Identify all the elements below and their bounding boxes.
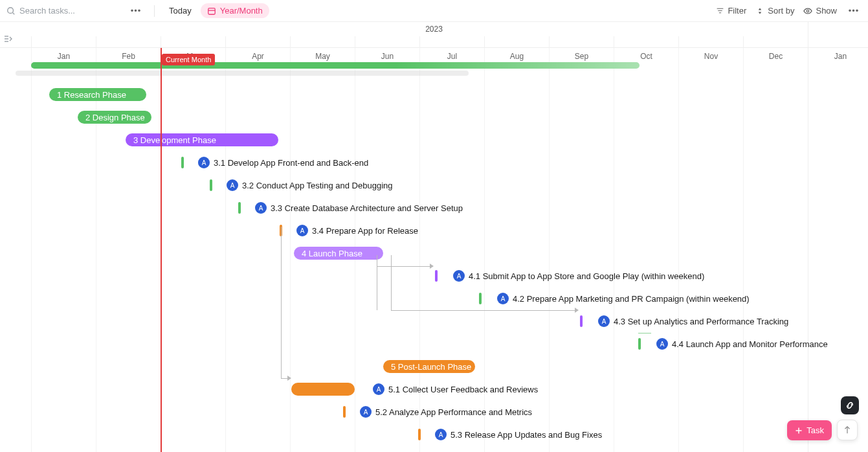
task-label[interactable]: 5.1 Collect User Feedback and Reviews	[388, 385, 538, 394]
svg-marker-7	[759, 8, 762, 10]
assignee-badge[interactable]: A	[360, 406, 372, 418]
task-label[interactable]: 5.3 Release App Updates and Bug Fixes	[451, 430, 602, 440]
assignee-badge[interactable]: A	[373, 383, 384, 395]
task-tick[interactable]	[479, 293, 482, 304]
task-block[interactable]	[291, 383, 355, 396]
task-label[interactable]: 3.3 Create Database Architecture and Ser…	[271, 203, 463, 213]
sort-button[interactable]: Sort by	[755, 6, 794, 16]
task-tick[interactable]	[210, 179, 212, 191]
task-tick[interactable]	[435, 270, 438, 282]
month-header: Oct	[614, 36, 678, 62]
filter-icon	[715, 6, 724, 16]
gantt-area[interactable]: 2023 JanFebMarAprMayJunJulAugSepOctNovDe…	[0, 22, 868, 452]
year-label: 2023	[0, 25, 868, 34]
month-header: Jan	[808, 36, 868, 62]
task-tick[interactable]	[280, 225, 282, 236]
task-label[interactable]: 5.2 Analyze App Performance and Metrics	[375, 407, 532, 417]
toolbar-right: Filter Sort by Show •••	[715, 6, 862, 16]
current-month-tag: Current Month	[162, 54, 215, 65]
task-tick[interactable]	[238, 202, 241, 214]
new-task-button[interactable]: Task	[787, 420, 832, 440]
assignee-badge[interactable]: A	[296, 225, 308, 236]
month-header: May	[290, 36, 355, 62]
eye-icon	[803, 6, 812, 16]
month-header: Apr	[225, 36, 290, 62]
phase-launch[interactable]: 4 Launch Phase	[294, 247, 383, 260]
task-label[interactable]: 3.2 Conduct App Testing and Debugging	[242, 181, 393, 190]
assignee-badge[interactable]: A	[656, 338, 668, 350]
phase-research[interactable]: 1 Research Phase	[49, 88, 146, 101]
month-header: Nov	[678, 36, 743, 62]
summary-bar[interactable]	[31, 62, 640, 69]
search-input[interactable]	[19, 6, 117, 16]
svg-marker-8	[759, 12, 762, 14]
assignee-badge[interactable]: A	[198, 157, 210, 168]
phase-design[interactable]: 2 Design Phase	[78, 111, 151, 124]
phase-post-launch[interactable]: 5 Post-Launch Phase	[383, 360, 475, 373]
toolbar-left: ••• Today Year/Month	[6, 3, 269, 18]
month-header: Aug	[484, 36, 549, 62]
toolbar: ••• Today Year/Month Filter Sort by	[0, 0, 868, 22]
svg-point-9	[807, 10, 810, 12]
month-header: Sep	[549, 36, 614, 62]
current-month-line	[161, 48, 162, 452]
task-label[interactable]: 4.2 Prepare App Marketing and PR Campaig…	[513, 294, 750, 304]
phase-development[interactable]: 3 Development Phase	[126, 133, 278, 146]
task-tick[interactable]	[580, 315, 583, 327]
overflow-icon[interactable]: •••	[846, 6, 862, 16]
gantt-rows: 1 Research Phase 2 Design Phase 3 Develo…	[0, 61, 868, 452]
timeline-header: 2023 JanFebMarAprMayJunJulAugSepOctNovDe…	[0, 22, 868, 48]
calendar-icon	[207, 6, 216, 16]
svg-line-1	[13, 12, 15, 14]
svg-point-0	[8, 7, 14, 13]
task-label[interactable]: 4.3 Set up Analytics and Performance Tra…	[614, 317, 788, 326]
assignee-badge[interactable]: A	[435, 429, 447, 440]
secondary-fab[interactable]	[837, 420, 858, 440]
task-label[interactable]: 3.1 Develop App Front-end and Back-end	[214, 158, 368, 168]
assignee-badge[interactable]: A	[255, 202, 267, 214]
task-tick[interactable]	[181, 157, 184, 168]
assignee-badge[interactable]: A	[598, 315, 610, 327]
separator	[154, 5, 155, 17]
search-icon	[6, 6, 16, 16]
filter-button[interactable]: Filter	[715, 6, 746, 16]
task-label[interactable]: 4.1 Submit App to App Store and Google P…	[469, 271, 704, 281]
sort-icon	[755, 6, 764, 16]
month-header: Jan	[31, 36, 96, 62]
search-wrapper[interactable]	[6, 6, 123, 16]
task-tick[interactable]	[343, 406, 346, 418]
assignee-badge[interactable]: A	[497, 293, 509, 304]
view-mode-pill[interactable]: Year/Month	[201, 3, 269, 18]
task-label[interactable]: 4.4 Launch App and Monitor Performance	[672, 339, 828, 349]
task-tick[interactable]	[418, 429, 421, 440]
view-mode-label: Year/Month	[220, 6, 263, 16]
month-header: Feb	[96, 36, 161, 62]
show-button[interactable]: Show	[803, 6, 837, 16]
svg-rect-2	[208, 8, 215, 14]
month-header: Jul	[419, 36, 484, 62]
today-button[interactable]: Today	[165, 3, 195, 18]
month-header: Jun	[355, 36, 419, 62]
task-label[interactable]: 3.4 Prepare App for Release	[312, 226, 418, 236]
month-header: Dec	[743, 36, 808, 62]
assignee-badge[interactable]: A	[453, 270, 465, 282]
assignee-badge[interactable]: A	[227, 179, 238, 191]
more-options-icon[interactable]: •••	[128, 6, 144, 16]
task-tick[interactable]	[638, 338, 641, 350]
link-icon[interactable]	[841, 396, 859, 414]
